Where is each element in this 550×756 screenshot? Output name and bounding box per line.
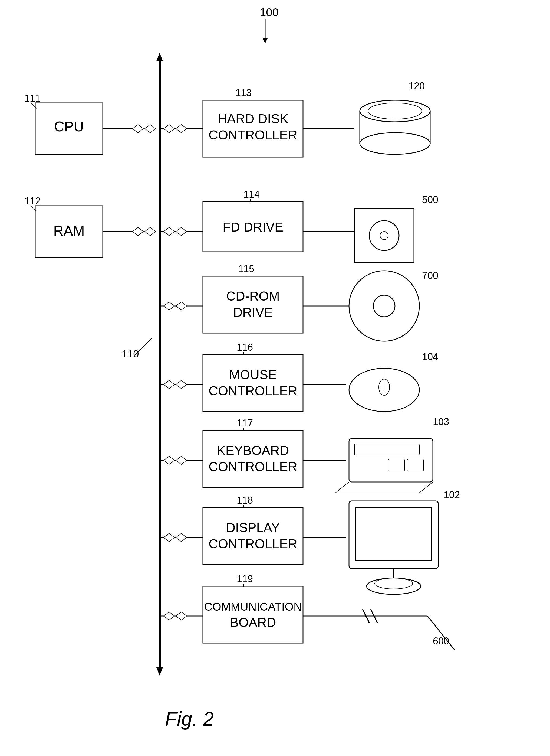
kb-key2	[407, 459, 423, 471]
kb-diamond-left	[164, 456, 175, 464]
monitor-base-top	[375, 578, 412, 589]
comm-diamond-right	[176, 612, 187, 620]
ram-label: RAM	[53, 223, 85, 239]
fd-diamond-left	[164, 227, 175, 236]
kb-3d-right	[419, 482, 433, 493]
comm-diamond-left	[164, 612, 175, 620]
kb-3d-left	[335, 482, 349, 493]
ref-112: 112	[24, 195, 41, 207]
comm-label1: COMMUNICATION	[204, 600, 302, 613]
ram-diamond-right	[145, 227, 156, 236]
hd-bottom-ellipse	[360, 133, 430, 154]
comm-box	[203, 586, 303, 643]
ref-700: 700	[422, 270, 438, 281]
ref-104: 104	[422, 351, 438, 362]
kb-label1: KEYBOARD	[217, 443, 289, 458]
cdrom-label1: CD-ROM	[226, 289, 279, 303]
cpu-diamond-left	[133, 125, 143, 133]
svg-line-2	[135, 338, 152, 355]
figure-label: Fig. 2	[165, 708, 214, 730]
floppy-inner-circle	[380, 232, 388, 240]
ref-100: 100	[260, 6, 278, 19]
display-box	[203, 508, 303, 565]
cd-inner	[373, 295, 395, 317]
display-label1: DISPLAY	[226, 520, 280, 535]
mouse-diamond-left	[164, 380, 175, 389]
kb-label2: CONTROLLER	[209, 460, 297, 474]
cpu-diamond-right	[145, 125, 156, 133]
cpu-label: CPU	[54, 119, 84, 134]
ref-500: 500	[422, 194, 438, 205]
ref-102: 102	[444, 489, 460, 500]
mouse-box	[203, 355, 303, 412]
hdc-diamond-right	[176, 125, 187, 133]
ref-114: 114	[244, 189, 260, 200]
ref-116: 116	[237, 342, 253, 353]
cdrom-diamond-left	[164, 302, 175, 310]
kb-key1	[388, 459, 404, 471]
mouse-label1: MOUSE	[229, 367, 277, 382]
hdc-label2: CONTROLLER	[209, 128, 297, 142]
cdrom-diamond-right	[176, 302, 187, 310]
display-diamond-left	[164, 533, 175, 542]
mouse-label2: CONTROLLER	[209, 384, 297, 398]
display-label2: CONTROLLER	[209, 537, 297, 551]
ref-117: 117	[237, 418, 253, 429]
ref-113: 113	[236, 87, 252, 98]
ref-600: 600	[433, 636, 449, 647]
ref-120: 120	[408, 80, 425, 92]
kb-keys-row1	[354, 444, 419, 455]
display-diamond-right	[176, 533, 187, 542]
cdrom-label2: DRIVE	[233, 305, 273, 320]
hd-top-ellipse	[360, 100, 430, 122]
kb-box	[203, 431, 303, 487]
ref-119: 119	[237, 573, 253, 584]
diagram-container: 100 110 CPU 111 HARD DISK CONTROLLER 113	[0, 0, 550, 756]
monitor-screen	[356, 508, 431, 561]
mouse-diamond-right	[176, 380, 187, 389]
ram-diamond-left	[133, 227, 143, 236]
fd-diamond-right	[176, 227, 187, 236]
ref-115: 115	[238, 263, 254, 274]
ref-118: 118	[237, 495, 253, 506]
svg-marker-1	[263, 38, 268, 43]
hdc-label1: HARD DISK	[218, 112, 288, 126]
hdc-diamond-left	[164, 125, 175, 133]
cdrom-box	[203, 276, 303, 333]
fd-label: FD DRIVE	[223, 220, 283, 234]
kb-diamond-right	[176, 456, 187, 464]
comm-label2: BOARD	[230, 615, 276, 630]
bus-bottom-arrow	[156, 667, 163, 676]
ref-111: 111	[24, 93, 41, 104]
ref-103: 103	[433, 416, 449, 427]
